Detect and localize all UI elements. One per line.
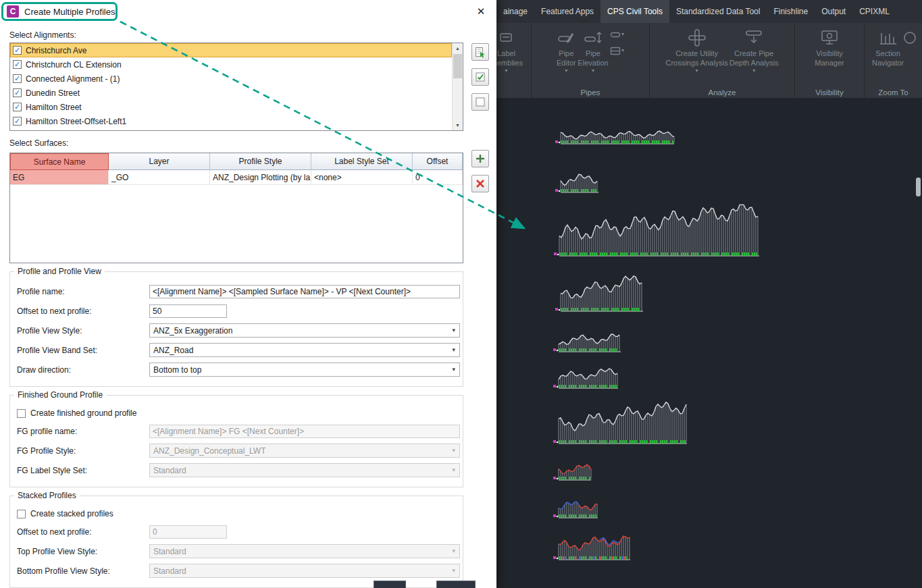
create-finished-ground-profile-checkbox[interactable] [17,409,26,418]
table-row[interactable]: EG_GOANZ_Design Plotting (by la...<none>… [10,170,463,185]
dropdown-arrow-icon: ▾ [565,68,567,74]
visibility-manager-button[interactable]: VisibilityManager [815,27,844,68]
column-header[interactable]: Label Style Set [311,153,413,170]
table-cell[interactable]: ANZ_Design Plotting (by la... [210,170,311,185]
label-ssemblies-button[interactable]: Labelssemblies▾ [496,27,523,74]
button-label: Label [497,49,515,58]
column-header[interactable]: Offset [413,153,463,170]
ribbon-panel-zoom-to: SectionNavigatorZoom To [865,23,922,98]
alignment-label: Christchurch CL Extension [26,60,122,70]
delete-surface-button[interactable] [471,175,489,192]
alignment-item[interactable]: ✓Christchurch Ave [10,43,452,57]
dropdown-arrow-icon: ▾ [592,68,594,74]
button-label: Editor [557,59,576,68]
column-header[interactable]: Profile Style [210,153,311,170]
section-navigator-button[interactable]: SectionNavigator [872,27,904,68]
dialog-button-partial-1[interactable] [374,581,406,588]
fg-profile-name-input [149,425,460,438]
alignment-checkbox[interactable]: ✓ [13,46,22,55]
tab-finishline[interactable]: Finishline [767,0,815,23]
add-surface-button[interactable] [471,150,489,167]
draw-direction-select[interactable]: Bottom to top ▾ [149,363,460,377]
scroll-up-icon[interactable]: ▲ [453,43,463,53]
alignment-label: Hamilton Street-Offset-Left1 [26,117,126,126]
check-all-icon [474,71,486,83]
pipe-small-tool-2-button[interactable]: ▾ [610,45,625,56]
alignment-label: Dunedin Street [26,88,80,98]
alignments-scrollbar[interactable]: ▲ ▼ [452,43,463,130]
alignment-checkbox[interactable]: ✓ [13,60,22,69]
autocad-window: ainageFeatured AppsCPS Civil ToolsStanda… [496,0,922,588]
table-cell[interactable]: _GO [109,170,210,185]
table-cell[interactable]: EG [10,170,109,185]
column-header[interactable]: Surface Name [10,153,109,170]
pipe-elevation-button[interactable]: PipeElevation▾ [578,27,608,74]
scroll-down-icon[interactable]: ▼ [453,120,463,130]
partial-tool-button[interactable] [905,27,915,49]
profile-view-style-select[interactable]: ANZ_5x Exaggeration ▾ [149,323,460,338]
alignment-item[interactable]: ✓Dunedin Street [10,86,452,100]
dropdown-arrow-icon: ▾ [752,68,755,74]
alignment-checkbox[interactable]: ✓ [13,117,22,126]
tab-featured-apps[interactable]: Featured Apps [534,0,600,23]
dialog-titlebar[interactable]: C Create Multiple Profiles ✕ [0,0,496,23]
fg-label-style-set-value: Standard [153,466,186,475]
profile-and-profile-view-group: Profile and Profile View Profile name: O… [9,271,463,387]
draw-direction-value: Bottom to top [153,365,201,375]
table-cell[interactable]: <none> [311,170,413,185]
panel-name[interactable]: Pipes [532,86,649,98]
scrollbar-thumb[interactable] [453,54,462,78]
draw-direction-label: Draw direction: [17,365,149,375]
plus-icon [474,153,486,165]
panel-name[interactable] [496,86,531,98]
panel-name[interactable]: Analyze [650,86,794,98]
fg-label-style-set-label: FG Label Style Set: [17,466,149,475]
button-label: Navigator [872,59,904,68]
drawing-canvas[interactable] [496,98,922,588]
group-title: Profile and Profile View [14,267,105,276]
tab-cpixml[interactable]: CPIXML [852,0,896,23]
check-all-button[interactable] [471,68,489,86]
alignment-checkbox[interactable]: ✓ [13,74,22,83]
profile-view-thumbnail [553,502,598,518]
panel-name[interactable]: Visibility [795,86,864,98]
button-label: Manager [815,59,844,68]
close-icon[interactable]: ✕ [475,5,487,18]
label-assemblies-icon [496,27,516,49]
column-header[interactable]: Layer [109,153,210,170]
create-utility-crossings-analysis-button[interactable]: Create UtilityCrossings Analysis▾ [665,27,727,74]
create-pipe-depth-analysis-button[interactable]: Create PipeDepth Analysis▾ [729,27,779,74]
profile-view-thumbnail [553,369,618,388]
canvas-scrollbar-thumb[interactable] [916,178,921,196]
create-stacked-profiles-checkbox[interactable] [17,510,26,518]
alignment-item[interactable]: ✓Hamilton Street [10,100,452,114]
tab-output[interactable]: Output [815,0,852,23]
ribbon-tab-bar: ainageFeatured AppsCPS Civil ToolsStanda… [496,0,922,23]
group-title: Stacked Profiles [14,491,80,500]
alignment-item[interactable]: ✓Hamilton Street-Offset-Left1 [10,114,452,128]
panel-name[interactable]: Zoom To [865,86,922,98]
button-label: Depth Analysis [729,59,779,68]
dialog-title: Create Multiple Profiles [24,7,115,17]
select-from-drawing-button[interactable] [471,43,489,61]
alignment-checkbox[interactable]: ✓ [13,103,22,111]
tab-ainage[interactable]: ainage [496,0,534,23]
alignment-checkbox[interactable]: ✓ [13,88,22,97]
ribbon-panel-analyze: Create UtilityCrossings Analysis▾Create … [650,23,795,98]
pipe-small-tool-1-button[interactable]: ▾ [610,29,625,40]
uncheck-all-button[interactable] [471,93,489,111]
profile-view-band-set-select[interactable]: ANZ_Road ▾ [149,343,460,357]
profile-name-input[interactable] [149,285,460,298]
tab-standardized-data-tool[interactable]: Standardized Data Tool [669,0,767,23]
table-cell[interactable]: 0 [413,170,463,185]
offset-to-next-profile-input[interactable] [149,304,227,318]
button-label: Create Utility [675,49,718,58]
alignment-item[interactable]: ✓Christchurch CL Extension [10,57,452,72]
pipe-editor-button[interactable]: PipeEditor▾ [556,27,576,74]
alignments-list[interactable]: ✓Christchurch Ave✓Christchurch CL Extens… [9,43,463,131]
dialog-button-partial-2[interactable] [436,581,476,588]
surfaces-table[interactable]: Surface NameLayerProfile StyleLabel Styl… [9,153,463,263]
tab-cps-civil-tools[interactable]: CPS Civil Tools [600,0,669,23]
alignment-item[interactable]: ✓Connected Alignment - (1) [10,72,452,86]
profile-view-thumbnail [553,464,591,480]
